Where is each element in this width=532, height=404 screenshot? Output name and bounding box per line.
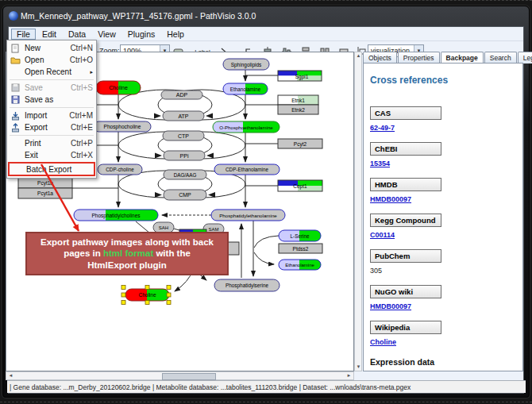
canvas-horizontal-scrollbar[interactable]: ◄ ►	[6, 371, 354, 380]
menu-separator	[10, 135, 94, 136]
xref-header: PubChem	[370, 249, 441, 263]
tab-backpage[interactable]: Backpage	[441, 52, 484, 63]
node-ctp[interactable]: CTP	[163, 131, 204, 140]
node-choline[interactable]: Choline	[96, 81, 141, 94]
node-phosphatidylcholines[interactable]: Phosphatidylcholines	[74, 210, 158, 221]
import-icon	[10, 111, 21, 121]
gene-ptdss2[interactable]: Ptdss2	[279, 244, 322, 253]
gene-etnk1[interactable]: Etnk1	[278, 95, 318, 105]
node-cdp-choline[interactable]: CDP-choline	[98, 164, 142, 175]
xref-section-cas: CAS 62-49-7	[370, 105, 516, 132]
node-atp[interactable]: ATP	[163, 111, 204, 121]
tab-objects[interactable]: Objects	[363, 52, 397, 63]
new-file-icon	[10, 44, 21, 53]
tab-search[interactable]: Search	[484, 52, 517, 63]
file-menu-import[interactable]: Import Ctrl+M	[7, 110, 96, 121]
file-menu-open-recent[interactable]: Open Recent ▸	[7, 66, 96, 78]
svg-text:DAG/AAG: DAG/AAG	[174, 172, 197, 178]
svg-text:Pcyt1b: Pcyt1b	[37, 180, 53, 187]
file-menu-dropdown: New Ctrl+N Open Ctrl+O Open Recent ▸ Sav…	[6, 40, 97, 179]
gene-pcyt1b[interactable]: Pcyt1b	[18, 178, 72, 188]
menu-file[interactable]: File	[11, 29, 36, 40]
file-menu-save[interactable]: Save Ctrl+S	[7, 82, 96, 94]
xref-link[interactable]: HMDB00097	[370, 195, 516, 203]
xref-link[interactable]: 15354	[370, 160, 516, 167]
status-text: | Gene database: ...m_Derby_20120602.bri…	[10, 383, 411, 391]
xref-link[interactable]: 62-49-7	[370, 124, 516, 132]
node-phosphocholine[interactable]: Phosphocholine	[94, 121, 151, 132]
annotation-line-2: pages in html format with the	[27, 248, 227, 259]
scroll-down-icon[interactable]: ▼	[354, 364, 363, 371]
canvas-vertical-scrollbar[interactable]: ▲ ▼	[354, 52, 362, 371]
menu-edit[interactable]: Edit	[37, 29, 62, 40]
node-dag-aag[interactable]: DAG/AAG	[164, 170, 206, 179]
svg-text:SAH: SAH	[159, 225, 168, 230]
gene-cept1[interactable]: Cept1	[278, 180, 322, 191]
menu-plugins[interactable]: Plugins	[122, 29, 160, 40]
horizontal-scroll-thumb[interactable]	[162, 373, 216, 380]
xref-section-nugo: NuGO wiki HMDB00097	[370, 283, 516, 310]
expression-data-heading: Expression data	[370, 357, 516, 367]
decorative-dashed-line-top	[0, 0, 532, 1]
svg-text:Choline: Choline	[138, 292, 156, 298]
node-l-serine[interactable]: L-Serine	[279, 230, 321, 241]
node-phosphatidylethanolamine[interactable]: Phosphatidylethanolamine	[211, 210, 285, 221]
decorative-dashed-line-bottom	[0, 402, 532, 402]
node-ethanolamine[interactable]: Ethanolamine	[223, 83, 268, 94]
file-menu-batch-export[interactable]: Batch Export	[8, 162, 95, 176]
node-adp[interactable]: ADP	[161, 90, 202, 99]
xref-section-chebi: ChEBI 15354	[370, 140, 516, 167]
app-icon	[9, 11, 18, 21]
node-o-phosphoethanolamine[interactable]: O-Phosphoethanolamine	[213, 121, 279, 133]
export-icon	[10, 123, 21, 133]
title-bar[interactable]: Mm_Kennedy_pathway_WP1771_45176.gpml - P…	[3, 6, 529, 25]
svg-text:Pcyt1a: Pcyt1a	[37, 190, 53, 197]
node-ppi[interactable]: PPi	[164, 151, 205, 160]
node-ethanolamine-2[interactable]: Ethanolamine	[279, 260, 321, 270]
svg-text:Ptdss2: Ptdss2	[293, 246, 309, 252]
svg-text:ATP: ATP	[178, 114, 188, 119]
scroll-right-icon[interactable]: ►	[345, 372, 353, 379]
scroll-up-icon[interactable]: ▲	[354, 52, 363, 60]
menu-data[interactable]: Data	[63, 29, 91, 40]
gene-sgpl1[interactable]: Sgpl1	[278, 71, 322, 81]
tab-properties[interactable]: Properties	[398, 52, 440, 63]
file-menu-new[interactable]: New Ctrl+N	[7, 42, 96, 54]
tab-legend[interactable]: Legend	[518, 52, 532, 63]
node-choline-selected[interactable]: Choline	[121, 286, 171, 305]
xref-section-kegg: Kegg Compound C00114	[370, 212, 516, 239]
node-cmp[interactable]: CMP	[164, 190, 206, 200]
xref-link[interactable]: C00114	[370, 231, 516, 239]
menu-view[interactable]: View	[92, 29, 121, 40]
file-menu-export[interactable]: Export Ctrl+E	[7, 121, 96, 133]
scroll-left-icon[interactable]: ◄	[6, 372, 15, 379]
callout-annotation: Export pathway images along with back pa…	[25, 232, 229, 275]
xref-section-hmdb: HMDB HMDB00097	[370, 176, 516, 203]
menu-separator	[10, 79, 94, 80]
menu-help[interactable]: Help	[161, 29, 190, 40]
xref-header: Kegg Compound	[370, 214, 441, 227]
svg-text:Phosphatidylethanolamine: Phosphatidylethanolamine	[219, 213, 277, 218]
svg-text:CDP-Ethanolamine: CDP-Ethanolamine	[226, 167, 268, 172]
xref-link[interactable]: Choline	[370, 338, 516, 346]
node-sphingolipids[interactable]: Sphingolipids	[223, 59, 269, 70]
file-menu-save-as[interactable]: Save as	[7, 94, 96, 106]
submenu-arrow-icon: ▸	[90, 69, 93, 75]
xref-value: 305	[370, 267, 516, 275]
xref-header: HMDB	[370, 178, 441, 191]
gene-etnk2[interactable]: Etnk2	[278, 105, 318, 114]
xref-link[interactable]: HMDB00097	[370, 302, 516, 310]
svg-text:Pcyt2: Pcyt2	[294, 141, 307, 148]
gene-pcyt1a[interactable]: Pcyt1a	[18, 188, 72, 198]
annotation-line-1: Export pathway images along with back	[27, 237, 227, 248]
node-phosphatidylserine[interactable]: Phosphatidylserine	[214, 279, 279, 291]
screenshot-stage: Mm_Kennedy_pathway_WP1771_45176.gpml - P…	[0, 0, 532, 404]
node-cdp-ethanolamine[interactable]: CDP-Ethanolamine	[214, 164, 279, 175]
svg-text:Sphingolipids: Sphingolipids	[231, 62, 262, 68]
file-menu-exit[interactable]: Exit Ctrl+X	[7, 149, 96, 161]
gene-pcyt2[interactable]: Pcyt2	[278, 139, 322, 148]
file-menu-print[interactable]: Print Ctrl+P	[7, 137, 96, 149]
file-menu-open[interactable]: Open Ctrl+O	[7, 54, 96, 66]
panel-tabs: Objects Properties Backpage Search Legen…	[363, 52, 523, 63]
svg-text:Phosphocholine: Phosphocholine	[104, 124, 141, 130]
